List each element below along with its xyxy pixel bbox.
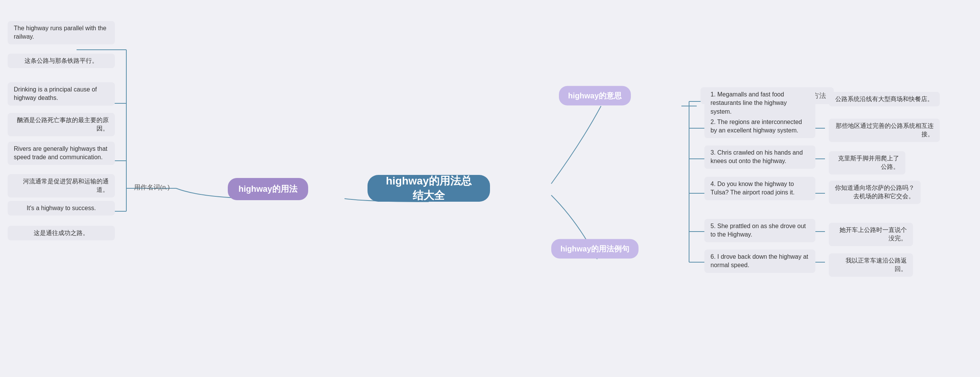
noun-label: 用作名词(n.) (134, 183, 170, 192)
example-3-cn: 克里斯手脚并用爬上了公路。 (829, 151, 905, 175)
example-4-en: 4. Do you know the highway to Tulsa? The… (704, 177, 815, 200)
example-5-en: 5. She prattled on as she drove out to t… (704, 219, 815, 242)
leaf-3-en: Rivers are generally highways that speed… (8, 142, 115, 165)
leaf-1-en: The highway runs parallel with the railw… (8, 21, 115, 44)
example-5-cn: 她开车上公路时一直说个没完。 (829, 223, 913, 246)
example-1-en: 1. Megamalls and fast food restaurants l… (704, 87, 815, 119)
example-2-cn: 那些地区通过完善的公路系统相互连接。 (829, 119, 940, 142)
example-1-cn: 公路系统沿线有大型商场和快餐店。 (829, 92, 940, 106)
leaf-2-cn: 酗酒是公路死亡事故的最主要的原因。 (8, 113, 115, 136)
leaf-3-cn: 河流通常是促进贸易和运输的通道。 (8, 174, 115, 197)
example-mid-label: highway的用法例句 (560, 244, 629, 254)
usage-mid-label: highway的用法 (238, 183, 297, 195)
leaf-4-en: It's a highway to success. (8, 201, 115, 215)
leaf-2-en: Drinking is a principal cause of highway… (8, 82, 115, 106)
example-3-en: 3. Chris crawled on his hands and knees … (704, 145, 815, 169)
example-4-cn: 你知道通向塔尔萨的公路吗？去机场的路和它交会。 (829, 181, 921, 204)
center-label: highway的用法总结大全 (382, 174, 475, 203)
usage-mid-node: highway的用法 (228, 178, 308, 200)
example-mid-node: highway的用法例句 (551, 239, 639, 259)
center-node: highway的用法总结大全 (368, 175, 490, 202)
leaf-4-cn: 这是通往成功之路。 (8, 226, 115, 240)
example-2-en: 2. The regions are interconnected by an … (704, 115, 815, 138)
meaning-mid-node: highway的意思 (559, 86, 631, 106)
example-6-cn: 我以正常车速沿公路返回。 (829, 253, 913, 277)
meaning-mid-label: highway的意思 (568, 91, 622, 101)
leaf-1-cn: 这条公路与那条铁路平行。 (8, 54, 115, 68)
example-6-en: 6. I drove back down the highway at norm… (704, 250, 815, 273)
